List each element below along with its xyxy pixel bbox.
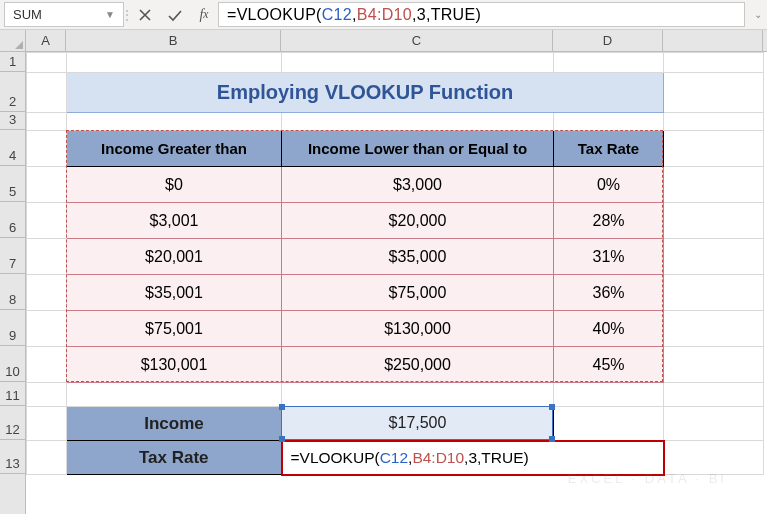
- table-header: Tax Rate: [554, 131, 664, 167]
- select-all-corner[interactable]: [0, 30, 26, 52]
- col-header[interactable]: D: [553, 30, 663, 51]
- row-header[interactable]: 11: [0, 382, 25, 406]
- table-cell: $35,001: [67, 275, 282, 311]
- col-header[interactable]: [663, 30, 763, 51]
- table-cell: $75,001: [67, 311, 282, 347]
- row-header[interactable]: 1: [0, 52, 25, 72]
- table-cell: $75,000: [282, 275, 554, 311]
- table-header: Income Greater than: [67, 131, 282, 167]
- col-header[interactable]: A: [26, 30, 66, 51]
- taxrate-label: Tax Rate: [67, 441, 282, 475]
- table-cell: 28%: [554, 203, 664, 239]
- row-header[interactable]: 6: [0, 202, 25, 238]
- table-cell: $130,000: [282, 311, 554, 347]
- income-value: $17,500: [282, 407, 554, 441]
- expand-formula-icon[interactable]: ⌄: [749, 0, 767, 29]
- row-header[interactable]: 4: [0, 130, 25, 166]
- accept-formula-button[interactable]: [160, 0, 190, 29]
- table-cell: $0: [67, 167, 282, 203]
- table-cell: 31%: [554, 239, 664, 275]
- table-cell: $250,000: [282, 347, 554, 383]
- income-label: Income: [67, 407, 282, 441]
- page-title: Employing VLOOKUP Function: [67, 73, 664, 113]
- table-cell: $3,001: [67, 203, 282, 239]
- table-cell: $130,001: [67, 347, 282, 383]
- formula-input[interactable]: =VLOOKUP(C12,B4:D10,3,TRUE): [218, 2, 745, 27]
- col-header[interactable]: C: [281, 30, 553, 51]
- row-headers: 12345678910111213: [0, 52, 26, 514]
- row-header[interactable]: 12: [0, 406, 25, 440]
- active-cell-editor[interactable]: =VLOOKUP(C12,B4:D10,3,TRUE): [282, 441, 664, 475]
- table-cell: $20,001: [67, 239, 282, 275]
- column-headers: A B C D: [26, 30, 767, 52]
- row-header[interactable]: 10: [0, 346, 25, 382]
- row-header[interactable]: 8: [0, 274, 25, 310]
- table-cell: 45%: [554, 347, 664, 383]
- row-header[interactable]: 5: [0, 166, 25, 202]
- col-header[interactable]: B: [66, 30, 281, 51]
- table-cell: $35,000: [282, 239, 554, 275]
- row-header[interactable]: 7: [0, 238, 25, 274]
- fx-icon[interactable]: fx: [190, 0, 218, 29]
- cell-grid[interactable]: Employing VLOOKUP Function Income Greate…: [26, 52, 767, 514]
- table-cell: $20,000: [282, 203, 554, 239]
- spreadsheet: A B C D 12345678910111213 Employing VLOO…: [0, 30, 767, 514]
- row-header[interactable]: 3: [0, 112, 25, 130]
- name-box-value: SUM: [13, 7, 42, 22]
- row-header[interactable]: 13: [0, 440, 25, 474]
- table-cell: 40%: [554, 311, 664, 347]
- row-header[interactable]: 9: [0, 310, 25, 346]
- table-cell: 36%: [554, 275, 664, 311]
- row-header[interactable]: 2: [0, 72, 25, 112]
- table-cell: 0%: [554, 167, 664, 203]
- table-cell: $3,000: [282, 167, 554, 203]
- name-box[interactable]: SUM ▼: [4, 2, 124, 27]
- cancel-formula-button[interactable]: [130, 0, 160, 29]
- formula-bar: SUM ▼ ⋮ fx =VLOOKUP(C12,B4:D10,3,TRUE) ⌄: [0, 0, 767, 30]
- table-header: Income Lower than or Equal to: [282, 131, 554, 167]
- chevron-down-icon[interactable]: ▼: [105, 9, 115, 20]
